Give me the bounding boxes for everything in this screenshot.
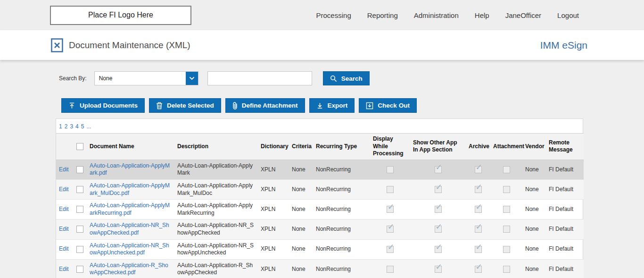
archive-checkbox: ✓ bbox=[475, 206, 482, 213]
toolbar: Upload DocumentsDelete SelectedDefine At… bbox=[61, 98, 644, 113]
description-cell: AAuto-Loan-Application-R_ShowAppChecked bbox=[174, 259, 258, 278]
attachment-checkbox bbox=[503, 246, 510, 253]
edit-cell: Edit bbox=[56, 179, 73, 199]
display_while_processing-cell: ✓ bbox=[370, 200, 410, 219]
document-name-link[interactable]: AAuto-Loan-Application-NR_ShowAppUncheck… bbox=[90, 242, 169, 256]
delete-selected-button[interactable]: Delete Selected bbox=[149, 98, 221, 113]
document-name-link[interactable]: AAuto-Loan-Application-R_ShowAppChecked.… bbox=[90, 262, 168, 276]
row-select-checkbox[interactable] bbox=[76, 206, 83, 213]
criteria-cell: None bbox=[289, 200, 313, 219]
column-header: Display While Processing bbox=[370, 134, 410, 160]
page-link[interactable]: 1 bbox=[59, 123, 62, 130]
row-select-checkbox[interactable] bbox=[76, 186, 83, 193]
nav-item-administration[interactable]: Administration bbox=[414, 11, 459, 19]
search-input[interactable] bbox=[207, 71, 312, 85]
page-link[interactable]: 4 bbox=[75, 123, 79, 130]
remote-message-cell: FI Default bbox=[546, 259, 584, 278]
row-select-checkbox[interactable] bbox=[76, 266, 83, 273]
recurring-type-cell: NonRecurring bbox=[313, 200, 370, 219]
xml-document-icon bbox=[51, 38, 63, 52]
define-attachment-button[interactable]: Define Attachment bbox=[225, 98, 305, 113]
upload-documents-button[interactable]: Upload Documents bbox=[61, 98, 145, 113]
attachment-checkbox bbox=[503, 166, 510, 173]
edit-link[interactable]: Edit bbox=[59, 166, 69, 173]
column-header: Show Other App In App Section bbox=[410, 134, 466, 160]
edit-link[interactable]: Edit bbox=[59, 266, 69, 272]
show_other_app-cell: ✓ bbox=[410, 200, 466, 219]
search-by-label: Search By: bbox=[59, 75, 87, 82]
row-select-cell bbox=[73, 219, 87, 239]
chevron-down-icon[interactable] bbox=[186, 72, 198, 85]
column-header: Criteria bbox=[289, 134, 313, 160]
search-button[interactable]: Search bbox=[323, 71, 370, 85]
remote-message-cell: FI Default bbox=[546, 219, 584, 239]
vendor-cell: None bbox=[522, 219, 546, 239]
archive-cell: ✓ bbox=[466, 160, 490, 179]
check-out-button[interactable]: Check Out bbox=[359, 98, 417, 113]
edit-link[interactable]: Edit bbox=[59, 226, 69, 232]
document-name-link[interactable]: AAuto-Loan-Application-ApplyMark_MulDoc.… bbox=[90, 182, 170, 196]
row-select-checkbox[interactable] bbox=[76, 246, 83, 253]
show_other_app-cell: ✓ bbox=[410, 160, 466, 179]
paperclip-icon bbox=[232, 101, 238, 110]
document-name-link[interactable]: AAuto-Loan-Application-ApplyMark.pdf bbox=[90, 162, 170, 177]
dictionary-cell: XPLN bbox=[258, 160, 289, 179]
trash-icon bbox=[156, 102, 163, 110]
column-header: Remote Message bbox=[546, 134, 584, 160]
top-nav: ProcessingReportingAdministrationHelpJan… bbox=[316, 11, 579, 19]
display_while_processing-checkbox: ✓ bbox=[387, 246, 394, 253]
archive-cell: ✓ bbox=[466, 239, 490, 259]
row-select-cell bbox=[73, 160, 87, 179]
page-link[interactable]: ... bbox=[86, 123, 91, 130]
document-name-cell: AAuto-Loan-Application-ApplyMark.pdf bbox=[87, 160, 174, 179]
archive-checkbox: ✓ bbox=[475, 166, 482, 173]
archive-cell: ✓ bbox=[466, 259, 490, 278]
export-button[interactable]: Export bbox=[309, 98, 355, 113]
row-select-checkbox[interactable] bbox=[76, 166, 83, 173]
show_other_app-checkbox: ✓ bbox=[435, 266, 442, 273]
vendor-cell: None bbox=[522, 160, 546, 179]
recurring-type-cell: NonRecurring bbox=[313, 179, 370, 199]
export-label: Export bbox=[328, 102, 348, 109]
vendor-cell: None bbox=[522, 200, 546, 219]
document-name-link[interactable]: AAuto-Loan-Application-NR_ShowAppChecked… bbox=[90, 222, 169, 236]
pagination: 12345... bbox=[56, 119, 583, 133]
row-select-cell bbox=[73, 200, 87, 219]
document-name-cell: AAuto-Loan-Application-NR_ShowAppChecked… bbox=[87, 219, 174, 239]
display_while_processing-checkbox: ✓ bbox=[387, 206, 394, 213]
search-by-dropdown[interactable]: None bbox=[94, 71, 198, 85]
vendor-cell: None bbox=[522, 239, 546, 259]
edit-link[interactable]: Edit bbox=[59, 206, 69, 212]
edit-cell: Edit bbox=[56, 239, 73, 259]
dictionary-cell: XPLN bbox=[258, 239, 289, 259]
archive-checkbox: ✓ bbox=[475, 186, 482, 193]
table-row: EditAAuto-Loan-Application-NR_ShowAppChe… bbox=[56, 219, 584, 239]
nav-item-logout[interactable]: Logout bbox=[557, 11, 579, 19]
remote-message-cell: FI Default bbox=[546, 179, 584, 199]
row-select-checkbox[interactable] bbox=[76, 226, 83, 233]
attachment-cell bbox=[490, 160, 522, 179]
description-cell: AAuto-Loan-Application-NR_ShowAppChecked bbox=[174, 219, 258, 239]
select-all-checkbox[interactable] bbox=[76, 143, 83, 150]
document-name-link[interactable]: AAuto-Loan-Application-ApplyMarkRecurrin… bbox=[90, 202, 170, 216]
brand-logo: IMM eSign bbox=[540, 40, 587, 51]
nav-item-user[interactable]: JaneOfficer bbox=[505, 11, 541, 19]
show_other_app-cell: ✓ bbox=[410, 219, 466, 239]
edit-cell: Edit bbox=[56, 219, 73, 239]
criteria-cell: None bbox=[289, 239, 313, 259]
criteria-cell: None bbox=[289, 179, 313, 199]
documents-table-card: 12345... Document NameDescriptionDiction… bbox=[56, 118, 583, 278]
page-link[interactable]: 5 bbox=[81, 123, 84, 130]
attachment-cell bbox=[490, 179, 522, 199]
nav-item-processing[interactable]: Processing bbox=[316, 11, 351, 19]
page-link[interactable]: 3 bbox=[70, 123, 73, 130]
archive-checkbox: ✓ bbox=[475, 226, 482, 233]
edit-link[interactable]: Edit bbox=[59, 186, 69, 193]
nav-item-reporting[interactable]: Reporting bbox=[367, 11, 398, 19]
display_while_processing-checkbox: ✓ bbox=[387, 226, 394, 233]
edit-link[interactable]: Edit bbox=[59, 245, 69, 252]
table-row: EditAAuto-Loan-Application-NR_ShowAppUnc… bbox=[56, 239, 584, 259]
column-header: Recurring Type bbox=[313, 134, 370, 160]
nav-item-help[interactable]: Help bbox=[475, 11, 489, 19]
page-link[interactable]: 2 bbox=[65, 123, 68, 130]
